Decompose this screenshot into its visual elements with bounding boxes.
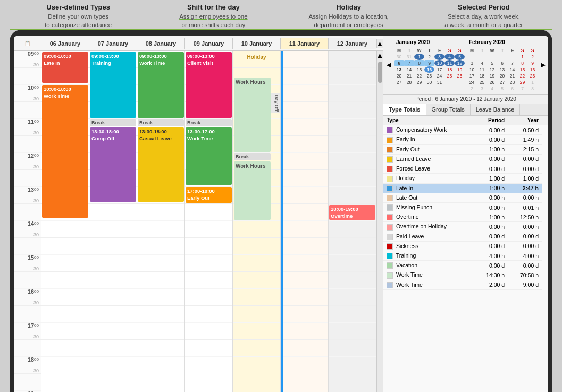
cal-day[interactable]: 6 (497, 60, 507, 66)
cal-day[interactable] (444, 79, 455, 86)
mini-cal-jan-table: M T W T F S S 30 31 (394, 47, 465, 86)
day-header-2: 08 January (137, 38, 185, 49)
grid-scrollbar[interactable]: ▲ ▼ (376, 51, 383, 392)
tab-group-totals[interactable]: Group Totals (426, 104, 471, 115)
cal-day[interactable]: 25 (477, 79, 487, 86)
cal-day[interactable]: 15 (414, 66, 424, 73)
cal-day[interactable] (477, 54, 487, 60)
cal-day[interactable]: 30 (424, 79, 434, 86)
cal-day[interactable]: 20 (394, 73, 404, 79)
cal-day[interactable]: 21 (507, 73, 517, 79)
cal-day[interactable] (487, 54, 497, 60)
cal-day[interactable]: 17 (467, 73, 477, 79)
cal-day[interactable]: 14 (404, 66, 414, 73)
cal-day[interactable]: 6 (507, 86, 517, 92)
cal-day[interactable]: 24 (434, 73, 444, 79)
cal-day[interactable]: 18 (444, 66, 455, 73)
event-0-worktime[interactable]: 10:00-18:00Work Time (42, 85, 88, 218)
event-3-worktime[interactable]: 13:30-17:00Work Time (186, 127, 232, 185)
cal-day[interactable]: 10 (467, 66, 477, 73)
cal-day[interactable]: 4 (487, 86, 497, 92)
cal-day[interactable]: 8 (414, 60, 424, 66)
event-6-overtime[interactable]: 18:00-19:00Overtime (329, 205, 375, 220)
cal-day[interactable]: 27 (394, 79, 404, 86)
cal-day[interactable]: 5 (497, 86, 507, 92)
cal-day[interactable]: 26 (487, 79, 497, 86)
event-3-break[interactable]: Break (186, 119, 232, 126)
cal-day[interactable]: 24 (467, 79, 477, 86)
cal-day[interactable]: 31 (404, 54, 414, 60)
cal-day[interactable] (497, 54, 507, 60)
cal-day[interactable]: 19 (487, 73, 497, 79)
cal-day[interactable]: 23 (424, 73, 434, 79)
cal-day[interactable]: 25 (444, 73, 455, 79)
cal-day[interactable]: 23 (527, 73, 538, 79)
tab-type-totals[interactable]: Type Totals (383, 104, 426, 115)
cal-prev-btn[interactable]: ◀ (385, 38, 392, 92)
cal-day[interactable]: 9 (527, 60, 538, 66)
cal-day[interactable]: 1 (527, 79, 538, 86)
cal-day[interactable]: 8 (527, 86, 538, 92)
event-3-clientvisit[interactable]: 09:00-13:00Client Visit (186, 52, 232, 118)
cal-day[interactable]: 1 (517, 54, 527, 60)
cal-day[interactable]: 16 (527, 66, 538, 73)
cal-day[interactable]: 29 (517, 79, 527, 86)
cal-day[interactable]: 27 (497, 79, 507, 86)
event-0-latein[interactable]: 09:00-10:00Late In (42, 52, 88, 83)
cal-day[interactable]: 2 (527, 54, 538, 60)
event-3-earlyout[interactable]: 17:00-18:00Early Out (186, 187, 232, 203)
cal-day[interactable]: 7 (517, 86, 527, 92)
cal-day[interactable]: 3 (434, 54, 444, 60)
cal-day[interactable]: 14 (507, 66, 517, 73)
cal-day[interactable] (467, 54, 477, 60)
event-1-compoff[interactable]: 13:30-18:00Comp Off (90, 127, 136, 202)
cal-day[interactable]: 3 (467, 60, 477, 66)
cal-day[interactable] (507, 54, 517, 60)
cal-day[interactable]: 22 (517, 73, 527, 79)
event-2-break[interactable]: Break (138, 119, 184, 126)
cal-day[interactable]: 13 (394, 66, 404, 73)
cal-day[interactable]: 15 (517, 66, 527, 73)
cal-day[interactable]: 6 (394, 60, 404, 66)
cal-day[interactable]: 11 (444, 60, 455, 66)
cal-day[interactable]: 7 (404, 60, 414, 66)
cal-day[interactable]: 12 (455, 60, 465, 66)
cal-day[interactable]: 19 (455, 66, 465, 73)
event-1-training[interactable]: 09:00-13:00Training (90, 52, 136, 118)
scrollbar-thumb[interactable] (378, 62, 382, 83)
cal-day[interactable]: 4 (444, 54, 455, 60)
cal-day[interactable]: 8 (517, 60, 527, 66)
tab-leave-balance[interactable]: Leave Balance (471, 104, 521, 115)
cal-day[interactable]: 20 (497, 73, 507, 79)
scroll-up-btn[interactable]: ▲ (375, 39, 383, 48)
cal-day[interactable]: 26 (455, 73, 465, 79)
event-2-worktime[interactable]: 09:00-13:00Work Time (138, 52, 184, 118)
cal-day[interactable]: 7 (507, 60, 517, 66)
cal-day[interactable]: 31 (434, 79, 444, 86)
cal-day[interactable]: 28 (507, 79, 517, 86)
cal-day[interactable]: 3 (477, 86, 487, 92)
cal-day[interactable]: 28 (404, 79, 414, 86)
cal-day[interactable]: 5 (487, 60, 497, 66)
cal-day[interactable]: 22 (414, 73, 424, 79)
cal-day[interactable]: 18 (477, 73, 487, 79)
cal-day[interactable] (455, 79, 465, 86)
cal-day[interactable]: 10 (434, 60, 444, 66)
cal-day[interactable]: 2 (467, 86, 477, 92)
cal-day-today[interactable]: 16 (424, 66, 434, 73)
cal-day[interactable]: 30 (394, 54, 404, 60)
cal-day[interactable]: 2 (424, 54, 434, 60)
cal-day[interactable]: 1 (414, 54, 424, 60)
cal-day[interactable]: 12 (487, 66, 497, 73)
cal-day[interactable]: 13 (497, 66, 507, 73)
cal-day[interactable]: 11 (477, 66, 487, 73)
event-2-casualleave[interactable]: 13:30-18:00Casual Leave (138, 127, 184, 202)
cal-day[interactable]: 29 (414, 79, 424, 86)
event-1-break[interactable]: Break (90, 119, 136, 126)
cal-day[interactable]: 5 (455, 54, 465, 60)
cal-day[interactable]: 4 (477, 60, 487, 66)
cal-next-btn[interactable]: ▶ (540, 38, 546, 92)
cal-day[interactable]: 21 (404, 73, 414, 79)
cal-day[interactable]: 17 (434, 66, 444, 73)
cal-day[interactable]: 9 (424, 60, 434, 66)
